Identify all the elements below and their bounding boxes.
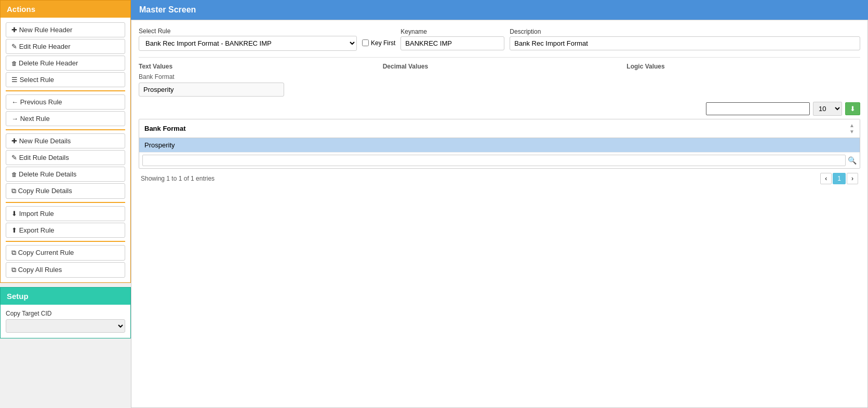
search-cell: 🔍 xyxy=(139,153,860,169)
key-first-label: Key First xyxy=(371,39,395,47)
divider-2 xyxy=(6,129,125,130)
new-rule-details-button[interactable]: New Rule Details xyxy=(6,133,125,148)
edit-icon xyxy=(11,43,19,50)
title-text: Master Screen xyxy=(139,5,196,14)
main-content: Master Screen Select Rule Bank Rec Impor… xyxy=(131,0,868,408)
divider-1 xyxy=(6,90,125,91)
setup-body: Copy Target CID xyxy=(1,305,130,338)
decimal-values-section: Decimal Values xyxy=(383,63,617,97)
logic-values-label: Logic Values xyxy=(626,63,860,70)
export-table-icon: ⬇ xyxy=(850,105,856,113)
sidebar: Actions New Rule Header Edit Rule Header… xyxy=(0,0,131,408)
table-row[interactable]: Prosperity xyxy=(139,138,860,153)
plus-icon xyxy=(11,26,19,34)
previous-rule-button[interactable]: Previous Rule xyxy=(6,94,125,110)
setup-header: Setup xyxy=(1,288,130,305)
description-label: Description xyxy=(510,28,860,35)
copy-target-cid-select[interactable] xyxy=(6,319,125,333)
scroll-arrows: ▲ ▼ xyxy=(849,123,854,134)
pagination-row: Showing 1 to 1 of 1 entries ‹ 1 › xyxy=(139,169,860,188)
text-values-section: Text Values Bank Format xyxy=(139,63,372,97)
decimal-values-label: Decimal Values xyxy=(383,63,617,70)
actions-panel: Actions New Rule Header Edit Rule Header… xyxy=(0,0,131,283)
trash-icon xyxy=(11,59,19,67)
master-screen-title: Master Screen xyxy=(131,0,868,20)
copy-rule-details-button[interactable]: Copy Rule Details xyxy=(6,183,125,199)
new-rule-header-button[interactable]: New Rule Header xyxy=(6,22,125,37)
data-table-title: Bank Format xyxy=(144,125,185,132)
divider-4 xyxy=(6,241,125,242)
copy-current-rule-button[interactable]: Copy Current Rule xyxy=(6,245,125,261)
keyname-label: Keyname xyxy=(400,28,504,35)
next-icon xyxy=(11,115,20,123)
export-rule-button[interactable]: Export Rule xyxy=(6,223,125,238)
next-page-button[interactable]: › xyxy=(847,173,858,184)
copy-icon xyxy=(11,187,18,195)
import-rule-button[interactable]: Import Rule xyxy=(6,206,125,221)
page-1-button[interactable]: 1 xyxy=(833,173,846,184)
export-table-button[interactable]: ⬇ xyxy=(845,102,860,115)
keyname-input[interactable] xyxy=(400,36,504,50)
description-group: Description xyxy=(510,28,860,50)
key-first-group: Key First xyxy=(362,39,395,47)
per-page-select[interactable]: 10 25 50 100 xyxy=(813,102,842,116)
copy-icon-3 xyxy=(11,266,18,274)
table-controls: 10 25 50 100 ⬇ xyxy=(139,102,860,116)
select-rule-dropdown[interactable]: Bank Rec Import Format - BANKREC IMP xyxy=(139,36,357,51)
setup-label: Setup xyxy=(7,292,29,301)
bank-format-field-label: Bank Format xyxy=(139,73,372,80)
copy-target-cid-label: Copy Target CID xyxy=(6,310,125,317)
data-table: Prosperity 🔍 xyxy=(139,138,860,168)
search-icon: 🔍 xyxy=(848,156,857,165)
edit-rule-details-button[interactable]: Edit Rule Details xyxy=(6,150,125,165)
col-search-input[interactable] xyxy=(142,155,846,166)
separator-1 xyxy=(139,57,860,58)
logic-values-section: Logic Values xyxy=(626,63,860,97)
import-icon xyxy=(11,210,19,217)
prev-icon xyxy=(11,98,20,106)
setup-panel: Setup Copy Target CID xyxy=(0,287,131,338)
data-table-wrapper: Bank Format ▲ ▼ Prosperity 🔍 xyxy=(139,119,860,169)
bank-format-cell: Prosperity xyxy=(139,138,860,153)
select-rule-label: Select Rule xyxy=(139,28,357,35)
next-rule-button[interactable]: Next Rule xyxy=(6,111,125,126)
export-icon xyxy=(11,226,19,234)
description-input[interactable] xyxy=(510,36,860,50)
main-panel: Select Rule Bank Rec Import Format - BAN… xyxy=(131,20,868,408)
keyname-group: Keyname xyxy=(400,28,504,50)
prev-page-button[interactable]: ‹ xyxy=(820,173,832,184)
data-table-title-row: Bank Format ▲ ▼ xyxy=(139,119,860,138)
text-values-label: Text Values xyxy=(139,63,372,70)
actions-body: New Rule Header Edit Rule Header Delete … xyxy=(1,18,130,282)
table-row[interactable]: 🔍 xyxy=(139,153,860,169)
copy-all-rules-button[interactable]: Copy All Rules xyxy=(6,262,125,278)
bank-format-input[interactable] xyxy=(139,83,284,97)
delete-rule-details-button[interactable]: Delete Rule Details xyxy=(6,167,125,182)
select-icon xyxy=(11,76,20,84)
values-row: Text Values Bank Format Decimal Values L… xyxy=(139,63,860,97)
delete-rule-header-button[interactable]: Delete Rule Header xyxy=(6,56,125,71)
edit-icon-2 xyxy=(11,154,19,161)
divider-3 xyxy=(6,202,125,203)
actions-header: Actions xyxy=(1,1,130,18)
copy-icon-2 xyxy=(11,249,18,256)
edit-rule-header-button[interactable]: Edit Rule Header xyxy=(6,39,125,54)
trash-icon-2 xyxy=(11,170,19,178)
actions-label: Actions xyxy=(7,5,35,13)
table-search-input[interactable] xyxy=(706,102,810,115)
key-first-checkbox[interactable] xyxy=(362,39,369,46)
showing-text: Showing 1 to 1 of 1 entries xyxy=(141,175,215,182)
select-rule-button[interactable]: Select Rule xyxy=(6,72,125,87)
pagination-buttons: ‹ 1 › xyxy=(820,173,858,184)
select-rule-group: Select Rule Bank Rec Import Format - BAN… xyxy=(139,28,357,51)
plus-icon-2 xyxy=(11,137,19,145)
select-rule-row: Select Rule Bank Rec Import Format - BAN… xyxy=(139,28,860,51)
